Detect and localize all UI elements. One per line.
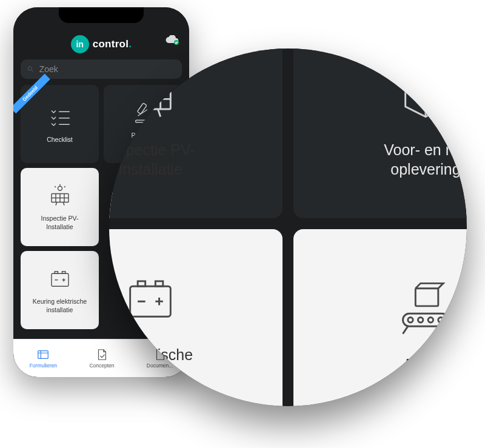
tile-label: Checklist (43, 136, 76, 144)
svg-line-18 (56, 202, 57, 206)
solar-panel-icon (47, 183, 73, 209)
svg-rect-22 (62, 272, 65, 274)
tab-formulieren[interactable]: Formulieren (30, 348, 57, 369)
search-icon (27, 65, 35, 73)
search-input[interactable] (38, 64, 176, 75)
svg-line-52 (403, 326, 408, 334)
magnifier-lens: Inspectie PV- Installatie Voor- en na- o… (109, 48, 467, 406)
svg-point-49 (418, 317, 423, 322)
svg-rect-40 (130, 286, 171, 316)
draft-icon (95, 348, 109, 361)
shared-ribbon: Gedeeld (13, 74, 50, 113)
forms-icon (36, 348, 50, 361)
brand-text: control. (93, 38, 132, 50)
svg-rect-47 (403, 313, 449, 326)
tile-label: Keuring elektrische installatie (29, 298, 90, 313)
mag-tile-voorna[interactable]: Voor- en na- oplevering (293, 48, 467, 218)
svg-rect-46 (415, 288, 438, 306)
tab-concepten[interactable]: Concepten (89, 348, 114, 369)
mag-label: Voor- en na- oplevering (366, 140, 467, 179)
tab-label: Concepten (89, 363, 114, 369)
svg-rect-6 (137, 103, 147, 114)
mag-tile-audit[interactable]: 5S Au (293, 229, 467, 406)
checklist-icon (47, 104, 73, 130)
svg-point-51 (438, 317, 443, 322)
tab-label: Documen... (147, 363, 173, 369)
svg-point-14 (58, 187, 62, 191)
conveyor-icon (395, 278, 456, 339)
tile-inspectie-pv[interactable]: Inspectie PV- Installatie (21, 168, 99, 246)
svg-rect-42 (155, 281, 163, 286)
svg-line-39 (158, 109, 161, 117)
tile-keuring[interactable]: Keuring elektrische installatie (21, 251, 99, 329)
notch (59, 7, 144, 23)
svg-point-48 (408, 317, 413, 322)
svg-line-17 (64, 187, 65, 188)
tile-checklist[interactable]: Gedeeld Checklist (21, 85, 99, 163)
logo-mark: in (71, 35, 89, 53)
box-icon (395, 64, 456, 124)
svg-point-50 (428, 317, 433, 322)
tile-label: Inspectie PV- Installatie (38, 215, 82, 230)
battery-icon (47, 266, 73, 292)
svg-rect-41 (138, 281, 146, 286)
brand-logo: in control. (71, 35, 132, 53)
svg-line-53 (443, 326, 448, 334)
svg-point-1 (28, 67, 32, 70)
mag-tile-keuring[interactable]: g elektrische llatie (109, 229, 283, 406)
cloud-sync-icon[interactable] (165, 35, 179, 46)
app-header: in control. (13, 32, 189, 59)
mag-label: 5S Au (387, 355, 464, 375)
tab-label: Formulieren (30, 363, 57, 369)
brand-period: . (129, 38, 132, 50)
svg-line-19 (63, 202, 64, 206)
svg-rect-21 (55, 272, 58, 274)
svg-rect-20 (52, 274, 69, 287)
brand-word: control (93, 38, 129, 50)
svg-rect-26 (38, 351, 48, 359)
svg-line-2 (32, 70, 33, 72)
svg-line-16 (55, 187, 56, 188)
